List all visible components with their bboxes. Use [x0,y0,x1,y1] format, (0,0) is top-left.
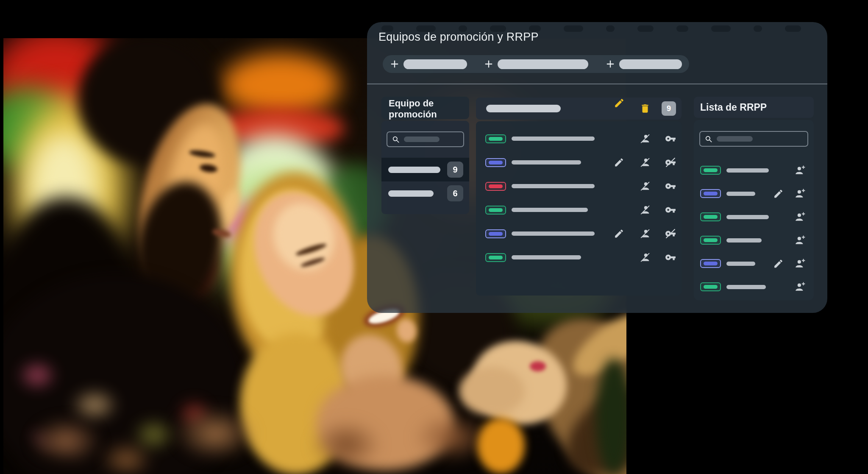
edit-icon[interactable] [614,98,625,109]
key-icon[interactable] [665,204,676,215]
person-off-icon[interactable] [640,228,651,239]
tag-pill [700,212,721,221]
skeleton-text [726,238,762,243]
skeleton-label [498,59,588,69]
team-count-badge: 9 [662,101,676,116]
team-member-row[interactable] [476,222,682,245]
page-title: Equipos de promoción y RRPP [378,31,539,44]
tag-pill [700,189,721,198]
tag-pill [700,259,721,268]
tag-pill [485,229,506,238]
team-member-row[interactable] [476,245,682,269]
rrpp-member-row[interactable] [694,159,814,182]
plus-icon [389,58,401,70]
person-add-icon[interactable] [795,282,806,293]
skeleton-text [726,192,755,196]
team-member-row[interactable] [476,151,682,174]
key-icon[interactable] [665,252,676,263]
search-icon [704,135,713,143]
trash-icon[interactable] [640,103,651,114]
divider [367,84,827,84]
teams-panel: Equipos de promoción y RRPP Equipo de pr… [367,22,827,313]
search-icon [392,135,400,144]
promo-group-row[interactable]: 9 [381,158,469,181]
person-off-icon[interactable] [640,252,651,263]
edit-icon[interactable] [614,229,624,239]
group-count-badge: 9 [447,162,463,178]
add-item-button[interactable] [483,55,588,73]
promo-search-input[interactable] [387,131,464,147]
team-name-skeleton [486,105,561,112]
tag-pill [485,206,506,215]
skeleton-text [726,215,769,219]
skeleton-text [512,184,595,188]
skeleton-text [512,255,581,259]
add-item-button[interactable] [604,55,682,73]
skeleton-label [619,59,682,69]
person-add-icon[interactable] [795,235,806,246]
plus-icon [483,58,495,70]
toolbar [383,55,689,73]
key-off-icon[interactable] [665,228,676,239]
team-member-row[interactable] [476,174,682,198]
person-add-icon[interactable] [795,165,806,176]
skeleton-text [512,160,581,165]
tag-pill [700,166,721,175]
tag-pill [485,134,506,143]
person-off-icon[interactable] [640,181,651,192]
rrpp-member-row[interactable] [694,252,814,275]
plus-icon [604,58,616,70]
team-member-row[interactable] [476,198,682,222]
team-member-row[interactable] [476,127,682,151]
screenshot-stage: Equipos de promoción y RRPP Equipo de pr… [0,0,868,474]
promo-group-row[interactable]: 6 [381,181,469,205]
group-count-badge: 6 [447,185,463,201]
skeleton-text [388,167,440,173]
promo-section: 9 6 [381,121,469,214]
skeleton-text [512,137,595,141]
rrpp-search-input[interactable] [699,131,808,147]
tag-pill [485,182,506,191]
person-off-icon[interactable] [640,204,651,215]
rrpp-list [694,120,814,300]
tag-pill [485,253,506,262]
team-header: 9 [476,98,682,120]
search-placeholder [717,136,753,142]
skeleton-text [388,190,434,197]
edit-icon[interactable] [773,188,784,199]
tag-pill [700,236,721,245]
edit-icon[interactable] [614,157,624,168]
skeleton-text [726,285,766,289]
skeleton-text [512,208,588,212]
person-off-icon[interactable] [640,133,651,144]
rrpp-member-row[interactable] [694,275,814,298]
search-placeholder [404,137,440,142]
tag-pill [700,282,721,291]
add-item-button[interactable] [389,55,467,73]
key-off-icon[interactable] [665,157,676,168]
rrpp-section-title: Lista de RRPP [694,97,814,118]
team-member-list [476,121,682,296]
tag-pill [485,158,506,167]
edit-icon[interactable] [773,258,784,269]
skeleton-text [512,231,595,236]
rrpp-member-row[interactable] [694,205,814,229]
key-icon[interactable] [665,133,676,144]
rrpp-member-row[interactable] [694,229,814,252]
skeleton-text [726,262,755,266]
skeleton-text [726,168,769,173]
person-add-icon[interactable] [795,212,806,223]
person-add-icon[interactable] [795,188,806,199]
person-add-icon[interactable] [795,258,806,269]
skeleton-label [403,59,467,69]
rrpp-member-row[interactable] [694,182,814,205]
promo-section-title: Equipo de promoción [381,97,469,119]
person-off-icon[interactable] [640,157,651,168]
key-icon[interactable] [665,181,676,192]
